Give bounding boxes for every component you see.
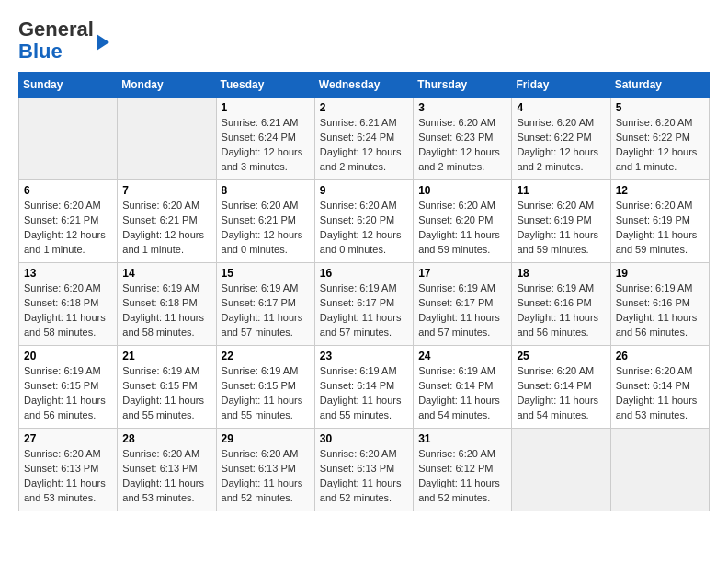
day-info: Sunrise: 6:20 AM Sunset: 6:19 PM Dayligh…	[517, 199, 605, 258]
day-number: 31	[418, 432, 506, 445]
day-info: Sunrise: 6:19 AM Sunset: 6:18 PM Dayligh…	[122, 282, 210, 340]
calendar-cell: 13Sunrise: 6:20 AM Sunset: 6:18 PM Dayli…	[19, 263, 118, 346]
calendar-cell: 22Sunrise: 6:19 AM Sunset: 6:15 PM Dayli…	[216, 346, 314, 429]
calendar-cell: 21Sunrise: 6:19 AM Sunset: 6:15 PM Dayli…	[118, 346, 216, 429]
day-header-wednesday: Wednesday	[314, 73, 413, 98]
day-info: Sunrise: 6:20 AM Sunset: 6:13 PM Dayligh…	[24, 447, 112, 506]
day-number: 3	[418, 101, 506, 114]
day-header-friday: Friday	[512, 73, 610, 98]
calendar-cell: 7Sunrise: 6:20 AM Sunset: 6:21 PM Daylig…	[118, 180, 216, 263]
calendar-cell: 1Sunrise: 6:21 AM Sunset: 6:24 PM Daylig…	[216, 98, 314, 180]
day-number: 14	[122, 267, 210, 280]
day-info: Sunrise: 6:19 AM Sunset: 6:15 PM Dayligh…	[24, 364, 112, 423]
calendar-week-3: 13Sunrise: 6:20 AM Sunset: 6:18 PM Dayli…	[19, 263, 710, 346]
day-header-tuesday: Tuesday	[216, 73, 314, 98]
calendar-week-5: 27Sunrise: 6:20 AM Sunset: 6:13 PM Dayli…	[19, 429, 710, 511]
day-info: Sunrise: 6:19 AM Sunset: 6:15 PM Dayligh…	[122, 364, 210, 423]
day-number: 16	[320, 267, 408, 280]
day-info: Sunrise: 6:20 AM Sunset: 6:12 PM Dayligh…	[418, 447, 506, 506]
day-number: 17	[418, 267, 506, 280]
day-info: Sunrise: 6:20 AM Sunset: 6:20 PM Dayligh…	[418, 199, 506, 258]
calendar-cell: 4Sunrise: 6:20 AM Sunset: 6:22 PM Daylig…	[512, 98, 610, 180]
calendar-week-1: 1Sunrise: 6:21 AM Sunset: 6:24 PM Daylig…	[19, 98, 710, 180]
day-header-saturday: Saturday	[610, 73, 709, 98]
day-number: 26	[616, 350, 704, 362]
day-info: Sunrise: 6:19 AM Sunset: 6:17 PM Dayligh…	[222, 282, 310, 340]
calendar-body: 1Sunrise: 6:21 AM Sunset: 6:24 PM Daylig…	[19, 98, 710, 511]
day-number: 13	[24, 267, 112, 280]
day-info: Sunrise: 6:21 AM Sunset: 6:24 PM Dayligh…	[320, 116, 408, 175]
day-number: 30	[320, 432, 408, 445]
day-number: 24	[418, 350, 506, 362]
day-number: 22	[222, 350, 310, 362]
day-info: Sunrise: 6:20 AM Sunset: 6:21 PM Dayligh…	[222, 199, 310, 258]
calendar-cell: 23Sunrise: 6:19 AM Sunset: 6:14 PM Dayli…	[314, 346, 413, 429]
day-number: 10	[418, 184, 506, 197]
day-number: 15	[222, 267, 310, 280]
calendar-cell: 9Sunrise: 6:20 AM Sunset: 6:20 PM Daylig…	[314, 180, 413, 263]
day-number: 20	[24, 350, 112, 362]
day-number: 28	[122, 432, 210, 445]
day-number: 1	[222, 101, 310, 114]
calendar-week-2: 6Sunrise: 6:20 AM Sunset: 6:21 PM Daylig…	[19, 180, 710, 263]
calendar-cell: 20Sunrise: 6:19 AM Sunset: 6:15 PM Dayli…	[19, 346, 118, 429]
logo-general: General	[18, 17, 94, 40]
day-header-sunday: Sunday	[19, 73, 118, 98]
calendar-cell	[512, 429, 610, 511]
calendar-cell: 11Sunrise: 6:20 AM Sunset: 6:19 PM Dayli…	[512, 180, 610, 263]
day-number: 8	[222, 184, 310, 197]
day-header-thursday: Thursday	[414, 73, 512, 98]
calendar-cell: 27Sunrise: 6:20 AM Sunset: 6:13 PM Dayli…	[19, 429, 118, 511]
day-info: Sunrise: 6:20 AM Sunset: 6:14 PM Dayligh…	[517, 364, 605, 423]
calendar-cell: 31Sunrise: 6:20 AM Sunset: 6:12 PM Dayli…	[414, 429, 512, 511]
day-number: 9	[320, 184, 408, 197]
day-number: 5	[616, 101, 704, 114]
day-number: 27	[24, 432, 112, 445]
day-info: Sunrise: 6:20 AM Sunset: 6:14 PM Dayligh…	[616, 364, 704, 423]
day-info: Sunrise: 6:20 AM Sunset: 6:23 PM Dayligh…	[418, 116, 506, 175]
calendar-cell: 24Sunrise: 6:19 AM Sunset: 6:14 PM Dayli…	[414, 346, 512, 429]
calendar-cell: 15Sunrise: 6:19 AM Sunset: 6:17 PM Dayli…	[216, 263, 314, 346]
day-info: Sunrise: 6:20 AM Sunset: 6:21 PM Dayligh…	[24, 199, 112, 258]
day-number: 2	[320, 101, 408, 114]
day-info: Sunrise: 6:20 AM Sunset: 6:22 PM Dayligh…	[616, 116, 704, 175]
day-number: 21	[122, 350, 210, 362]
calendar-cell: 26Sunrise: 6:20 AM Sunset: 6:14 PM Dayli…	[610, 346, 709, 429]
calendar-cell: 18Sunrise: 6:19 AM Sunset: 6:16 PM Dayli…	[512, 263, 610, 346]
calendar-cell: 3Sunrise: 6:20 AM Sunset: 6:23 PM Daylig…	[414, 98, 512, 180]
calendar-cell: 28Sunrise: 6:20 AM Sunset: 6:13 PM Dayli…	[118, 429, 216, 511]
day-info: Sunrise: 6:20 AM Sunset: 6:21 PM Dayligh…	[122, 199, 210, 258]
day-info: Sunrise: 6:19 AM Sunset: 6:15 PM Dayligh…	[222, 364, 310, 423]
day-header-monday: Monday	[118, 73, 216, 98]
calendar-cell: 30Sunrise: 6:20 AM Sunset: 6:13 PM Dayli…	[314, 429, 413, 511]
day-number: 18	[517, 267, 605, 280]
day-info: Sunrise: 6:21 AM Sunset: 6:24 PM Dayligh…	[222, 116, 310, 175]
calendar-cell: 14Sunrise: 6:19 AM Sunset: 6:18 PM Dayli…	[118, 263, 216, 346]
day-info: Sunrise: 6:20 AM Sunset: 6:13 PM Dayligh…	[320, 447, 408, 506]
day-info: Sunrise: 6:20 AM Sunset: 6:22 PM Dayligh…	[517, 116, 605, 175]
day-info: Sunrise: 6:20 AM Sunset: 6:20 PM Dayligh…	[320, 199, 408, 258]
calendar-cell: 16Sunrise: 6:19 AM Sunset: 6:17 PM Dayli…	[314, 263, 413, 346]
day-number: 4	[517, 101, 605, 114]
day-info: Sunrise: 6:19 AM Sunset: 6:16 PM Dayligh…	[616, 282, 704, 340]
calendar-table: SundayMondayTuesdayWednesdayThursdayFrid…	[18, 72, 710, 511]
calendar-cell	[610, 429, 709, 511]
day-info: Sunrise: 6:19 AM Sunset: 6:17 PM Dayligh…	[320, 282, 408, 340]
logo-arrow-icon	[97, 34, 109, 51]
day-number: 7	[122, 184, 210, 197]
calendar-cell: 29Sunrise: 6:20 AM Sunset: 6:13 PM Dayli…	[216, 429, 314, 511]
calendar-cell: 17Sunrise: 6:19 AM Sunset: 6:17 PM Dayli…	[414, 263, 512, 346]
calendar-cell: 6Sunrise: 6:20 AM Sunset: 6:21 PM Daylig…	[19, 180, 118, 263]
day-info: Sunrise: 6:20 AM Sunset: 6:18 PM Dayligh…	[24, 282, 112, 340]
day-info: Sunrise: 6:20 AM Sunset: 6:13 PM Dayligh…	[222, 447, 310, 506]
day-number: 19	[616, 267, 704, 280]
calendar-cell: 19Sunrise: 6:19 AM Sunset: 6:16 PM Dayli…	[610, 263, 709, 346]
day-number: 11	[517, 184, 605, 197]
day-info: Sunrise: 6:19 AM Sunset: 6:16 PM Dayligh…	[517, 282, 605, 340]
day-number: 25	[517, 350, 605, 362]
day-number: 6	[24, 184, 112, 197]
logo: General Blue	[18, 18, 109, 63]
calendar-cell: 2Sunrise: 6:21 AM Sunset: 6:24 PM Daylig…	[314, 98, 413, 180]
day-info: Sunrise: 6:19 AM Sunset: 6:14 PM Dayligh…	[320, 364, 408, 423]
calendar-header: SundayMondayTuesdayWednesdayThursdayFrid…	[19, 73, 710, 98]
